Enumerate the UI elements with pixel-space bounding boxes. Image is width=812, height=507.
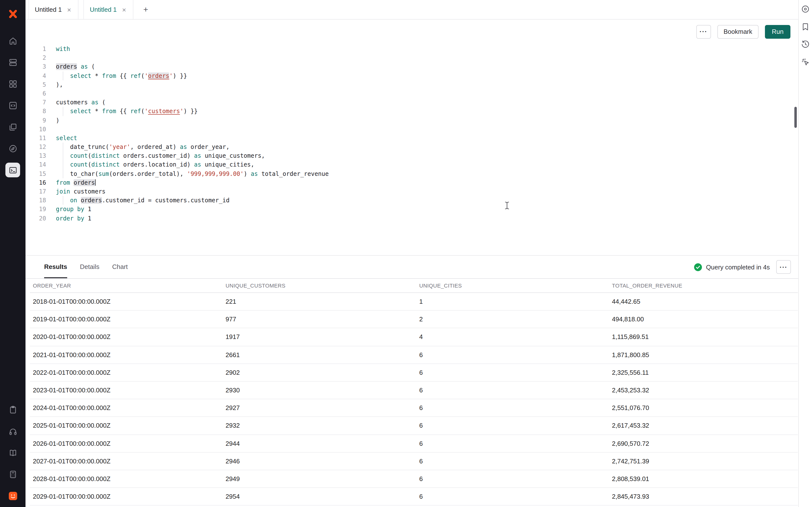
table-cell: 2,453,253.32 [609,382,798,399]
line-number: 4 [26,71,46,80]
code-line[interactable]: 7customers as ( [26,98,798,107]
code-line[interactable]: 19group by 1 [26,205,798,214]
results-tab-details[interactable]: Details [80,256,100,278]
more-options-button[interactable]: ··· [696,25,711,39]
code-line[interactable]: 16from orders [26,178,798,187]
sidebar-item-brand-badge[interactable] [5,488,20,503]
table-row[interactable]: 2018-01-01T00:00:00.000Z221144,442.65 [30,293,798,311]
line-content: count(distinct orders.location_id) as un… [46,160,254,169]
results-more-button[interactable]: ··· [776,260,791,274]
results-panel: ResultsDetailsChart Query completed in 4… [26,255,798,507]
code-line[interactable]: 4 select * from {{ ref('orders') }} [26,71,798,80]
right-sidebar-item-history[interactable] [800,38,811,50]
line-content [46,125,56,133]
line-content: order by 1 [46,214,92,223]
table-row[interactable]: 2020-01-01T00:00:00.000Z191741,115,869.5… [30,329,798,346]
table-cell: 2024-01-01T00:00:00.000Z [30,399,222,416]
table-cell: 2661 [222,346,416,363]
code-line[interactable]: 11select [26,134,798,143]
code-line[interactable]: 17join customers [26,187,798,196]
code-line[interactable]: 20order by 1 [26,214,798,223]
table-row[interactable]: 2024-01-01T00:00:00.000Z292762,551,076.7… [30,399,798,417]
code-line[interactable]: 3orders as ( [26,62,798,71]
column-header[interactable]: UNIQUE_CITIES [416,279,609,292]
sidebar-item-headphones[interactable] [5,424,20,438]
sidebar-item-compass[interactable] [5,141,20,156]
table-cell: 2018-01-01T00:00:00.000Z [30,293,222,310]
sql-editor[interactable]: 1with23orders as (4 select * from {{ ref… [26,44,798,255]
table-cell: 2,551,076.70 [609,399,798,416]
sidebar-item-clipboard[interactable] [5,402,20,417]
brand-logo[interactable] [0,0,26,27]
table-row[interactable]: 2025-01-01T00:00:00.000Z293262,617,453.3… [30,417,798,435]
sidebar-nav-bottom [5,402,20,503]
code-line[interactable]: 12 date_trunc('year', ordered_at) as ord… [26,143,798,151]
code-line[interactable]: 13 count(distinct orders.customer_id) as… [26,152,798,160]
sidebar-item-terminal[interactable] [5,163,20,177]
copilot-icon [801,4,810,13]
code-line[interactable]: 18 on orders.customer_id = customers.cus… [26,196,798,205]
table-cell: 2,742,751.39 [609,452,798,469]
line-number: 3 [26,62,46,71]
table-cell: 494,818.00 [609,311,798,328]
column-header[interactable]: UNIQUE_CUSTOMERS [222,279,416,292]
column-header[interactable]: TOTAL_ORDER_REVENUE [609,279,798,292]
code-line[interactable]: 14 count(distinct orders.location_id) as… [26,160,798,169]
table-cell: 2,808,539.01 [609,470,798,488]
sidebar-item-windows[interactable] [5,119,20,134]
run-button[interactable]: Run [765,25,791,39]
line-content [46,89,56,98]
code-line[interactable]: 1with [26,45,798,53]
sidebar-item-code-editor[interactable] [5,98,20,113]
new-tab-button[interactable]: + [138,5,153,14]
table-row[interactable]: 2027-01-01T00:00:00.000Z294662,742,751.3… [30,452,798,470]
right-sidebar-item-copilot[interactable] [800,3,811,15]
results-tab-results[interactable]: Results [44,256,67,278]
line-content: join customers [46,187,105,196]
code-line[interactable]: 2 [26,53,798,62]
windows-icon [8,122,17,131]
table-cell: 6 [416,506,609,507]
results-tab-chart[interactable]: Chart [112,256,128,278]
table-cell: 2,617,453.32 [609,417,798,434]
line-number: 9 [26,116,46,125]
sidebar-item-home[interactable] [5,33,20,48]
tab-close-icon[interactable]: × [121,5,127,14]
sidebar-item-database[interactable] [5,55,20,69]
sidebar-item-calculator[interactable] [5,467,20,482]
table-cell: 1,841,049.32 [609,506,798,507]
column-header[interactable]: ORDER_YEAR [30,279,222,292]
editor-scrollbar-thumb[interactable] [794,107,797,128]
table-cell: 1 [416,293,609,310]
table-row[interactable]: 2022-01-01T00:00:00.000Z290262,325,556.1… [30,364,798,382]
table-cell: 6 [416,364,609,381]
status-text: Query completed in 4s [706,263,770,271]
code-line[interactable]: 9) [26,116,798,125]
table-cell: 6 [416,417,609,434]
table-row[interactable]: 2029-01-01T00:00:00.000Z295462,845,473.9… [30,488,798,506]
code-line[interactable]: 8 select * from {{ ref('customers') }} [26,107,798,116]
editor-tab[interactable]: Untitled 1× [29,0,79,19]
tab-close-icon[interactable]: × [66,5,72,14]
sidebar-item-notebook[interactable] [5,445,20,460]
line-content: select * from {{ ref('orders') }} [46,71,187,80]
mouse-text-cursor [505,201,509,212]
table-cell: 6 [416,470,609,488]
sidebar-item-apps-grid[interactable] [5,76,20,91]
table-row[interactable]: 2026-01-01T00:00:00.000Z294462,690,570.7… [30,435,798,452]
code-lines: 1with23orders as (4 select * from {{ ref… [26,45,798,223]
code-line[interactable]: 15 to_char(sum(orders.order_total), '999… [26,169,798,178]
code-line[interactable]: 5), [26,80,798,89]
editor-tab[interactable]: Untitled 1× [83,0,133,19]
code-line[interactable]: 10 [26,125,798,133]
right-sidebar-item-bookmark[interactable] [800,20,811,32]
table-row[interactable]: 2021-01-01T00:00:00.000Z266161,871,800.8… [30,346,798,364]
table-row[interactable]: 2030-01-01T00:00:00.000Z287961,841,049.3… [30,506,798,507]
bookmark-icon [801,22,810,31]
table-row[interactable]: 2028-01-01T00:00:00.000Z294962,808,539.0… [30,470,798,488]
bookmark-button[interactable]: Bookmark [717,25,759,39]
right-sidebar-item-cursor-click[interactable] [800,56,811,68]
table-row[interactable]: 2023-01-01T00:00:00.000Z293062,453,253.3… [30,382,798,399]
code-line[interactable]: 6 [26,89,798,98]
table-row[interactable]: 2019-01-01T00:00:00.000Z9772494,818.00 [30,311,798,328]
